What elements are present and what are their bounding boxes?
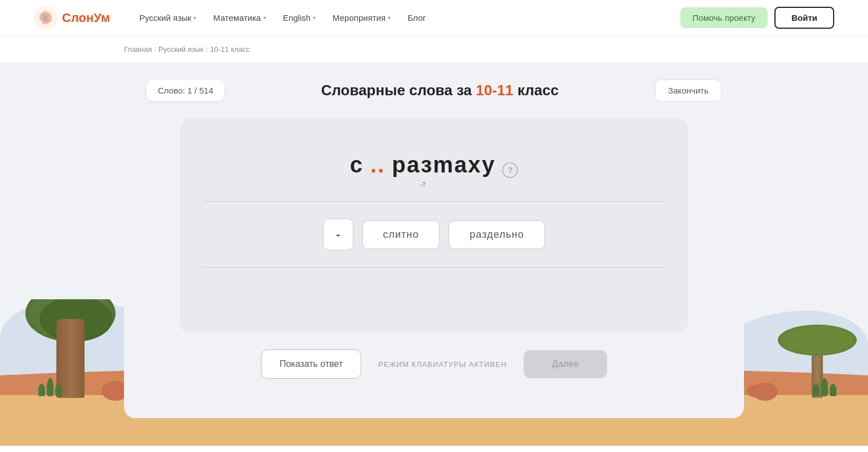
quiz-card: Слово: 1 / 514 Словарные слова за 10-11 … — [124, 63, 744, 418]
nav-item-blog[interactable]: Блог — [401, 8, 432, 27]
help-project-button[interactable]: Помочь проекту — [680, 7, 768, 28]
divider-bottom — [203, 267, 665, 268]
chevron-down-icon: ▾ — [313, 15, 316, 21]
baobab-canopy — [25, 299, 116, 342]
header-actions: Помочь проекту Войти — [680, 7, 834, 29]
divider-top — [203, 201, 665, 202]
chevron-down-icon: ▾ — [263, 15, 266, 21]
svg-text:🐘: 🐘 — [41, 12, 51, 22]
acacia-canopy — [778, 325, 857, 356]
logo[interactable]: 🐘 СлонУм — [34, 6, 110, 30]
razdelno-button[interactable]: раздельно — [449, 220, 544, 249]
breadcrumb-section[interactable]: Русский язык — [158, 45, 203, 54]
bottom-controls: Показать ответ РЕЖИМ КЛАВИАТУРЫ АКТИВЕН … — [180, 333, 688, 390]
keyboard-status: РЕЖИМ КЛАВИАТУРЫ АКТИВЕН — [378, 360, 507, 369]
header: 🐘 СлонУм Русский язык ▾ Математика ▾ Eng… — [0, 0, 868, 36]
nav-item-russian[interactable]: Русский язык ▾ — [132, 8, 203, 27]
baobab-trunk — [56, 319, 85, 398]
help-icon-button[interactable]: ? — [502, 162, 518, 178]
quiz-area: с..разmaху -? ? - слитно раздельно — [180, 118, 688, 333]
nav-item-math[interactable]: Математика ▾ — [206, 8, 273, 27]
main-content: Слово: 1 / 514 Словарные слова за 10-11 … — [0, 63, 868, 446]
plant-leaf — [38, 384, 45, 396]
finish-button[interactable]: Закончить — [655, 79, 721, 101]
main-nav: Русский язык ▾ Математика ▾ English ▾ Ме… — [132, 8, 680, 27]
next-button[interactable]: Далее — [524, 350, 607, 378]
login-button[interactable]: Войти — [774, 7, 834, 29]
baobab-tree — [56, 319, 85, 398]
dash-button[interactable]: - — [323, 219, 353, 250]
card-title: Словарные слова за 10-11 класс — [224, 82, 655, 99]
slitno-button[interactable]: слитно — [362, 220, 440, 249]
plant-right-leaf — [813, 384, 820, 396]
breadcrumb-sep-1: / — [154, 45, 156, 54]
breadcrumb-home[interactable]: Главная — [124, 45, 152, 54]
plant-right-leaf-tall — [821, 378, 828, 396]
logo-icon: 🐘 — [34, 6, 57, 30]
answer-buttons: - слитно раздельно — [323, 219, 545, 250]
word-display: с..разmaху — [350, 152, 495, 178]
plant-leaf-2 — [55, 384, 62, 396]
rock-right-1 — [752, 383, 778, 401]
chevron-down-icon: ▾ — [388, 15, 391, 21]
breadcrumb-sep-2: / — [206, 45, 208, 54]
plant-left — [38, 378, 62, 396]
breadcrumb: Главная / Русский язык / 10-11 класс — [0, 36, 868, 63]
word-dots: .. — [370, 152, 385, 178]
show-answer-button[interactable]: Показать ответ — [261, 349, 361, 379]
card-header: Слово: 1 / 514 Словарные слова за 10-11 … — [147, 79, 721, 101]
rock-right-2 — [747, 385, 764, 397]
hint-badge: -? — [420, 181, 426, 188]
word-prefix: с — [350, 152, 364, 178]
word-counter: Слово: 1 / 514 — [147, 80, 224, 101]
plant-right — [813, 378, 836, 396]
breadcrumb-current: 10-11 класс — [210, 45, 250, 54]
acacia-trunk — [812, 342, 823, 398]
baobab-canopy2 — [39, 299, 113, 342]
chevron-down-icon: ▾ — [193, 15, 196, 21]
nav-item-events[interactable]: Мероприятия ▾ — [326, 8, 397, 27]
word-suffix: разmaху — [392, 152, 495, 178]
acacia-tree — [812, 342, 823, 398]
plant-right-leaf-2 — [830, 384, 836, 396]
logo-text: СлонУм — [62, 11, 110, 25]
nav-item-english[interactable]: English ▾ — [276, 8, 322, 27]
plant-leaf-tall — [47, 378, 54, 396]
